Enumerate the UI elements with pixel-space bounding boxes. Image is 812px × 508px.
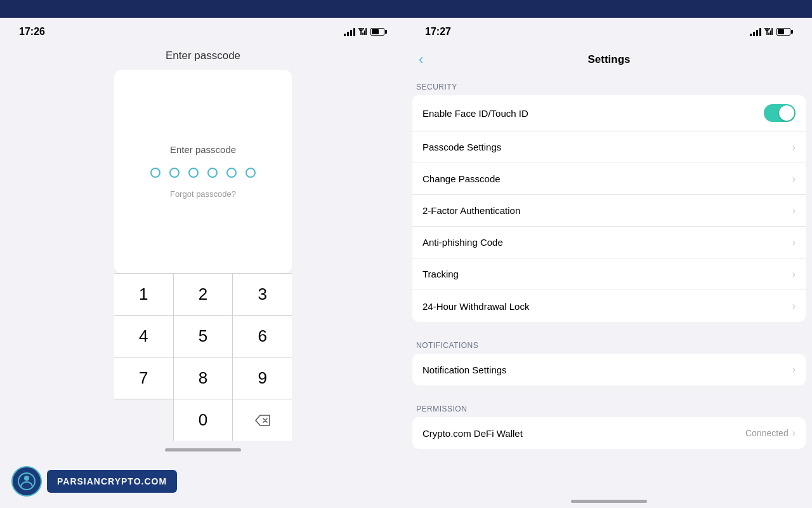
key-1[interactable]: 1 <box>114 274 174 315</box>
wifi-icon: 📶︎ <box>358 27 367 37</box>
anti-phishing-row[interactable]: Anti-phishing Code › <box>412 227 806 258</box>
chevron-icon-7: › <box>792 364 796 375</box>
defi-wallet-row[interactable]: Crypto.com DeFi Wallet Connected › <box>412 417 806 449</box>
withdrawal-lock-right: › <box>792 300 796 312</box>
key-3[interactable]: 3 <box>233 274 292 315</box>
settings-content: SECURITY Enable Face ID/Touch ID Passcod… <box>406 74 812 495</box>
key-9[interactable]: 9 <box>233 358 292 399</box>
nav-bar: ‹ Settings <box>406 46 812 74</box>
passcode-settings-row[interactable]: Passcode Settings › <box>412 131 806 163</box>
passcode-settings-label: Passcode Settings <box>422 142 501 152</box>
permission-group: Crypto.com DeFi Wallet Connected › <box>412 417 806 449</box>
home-indicator-right <box>571 500 647 503</box>
numpad: 1 2 3 4 5 6 7 8 9 0 <box>114 273 292 441</box>
watermark: PARSIANCRYPTO.COM <box>11 466 177 497</box>
toggle-knob <box>779 105 794 121</box>
enter-passcode-title: Enter passcode <box>166 50 240 62</box>
two-factor-row[interactable]: 2-Factor Authentication › <box>412 195 806 227</box>
battery-icon <box>370 28 387 36</box>
numpad-row-3: 7 8 9 <box>114 357 292 399</box>
tracking-label: Tracking <box>422 269 459 279</box>
chevron-icon: › <box>792 142 796 153</box>
key-5[interactable]: 5 <box>174 316 233 357</box>
change-passcode-label: Change Passcode <box>422 173 501 184</box>
change-passcode-right: › <box>792 173 796 185</box>
status-bar-left: 17:26 📶︎ <box>0 18 406 46</box>
two-factor-label: 2-Factor Authentication <box>422 205 520 216</box>
signal-icon-right <box>750 28 761 36</box>
back-button[interactable]: ‹ <box>419 51 423 68</box>
withdrawal-lock-label: 24-Hour Withdrawal Lock <box>422 301 529 312</box>
dot-2 <box>169 168 180 178</box>
numpad-row-2: 4 5 6 <box>114 315 292 357</box>
battery-icon-right <box>776 28 793 36</box>
wifi-icon-right: 📶︎ <box>764 27 773 37</box>
time-left: 17:26 <box>19 26 45 37</box>
dot-6 <box>246 168 256 178</box>
security-group: Enable Face ID/Touch ID Passcode Setting… <box>412 95 806 322</box>
dot-1 <box>150 168 160 178</box>
numpad-row-1: 1 2 3 <box>114 273 292 315</box>
face-id-label: Enable Face ID/Touch ID <box>422 108 528 119</box>
section-header-permission: PERMISSION <box>406 396 812 417</box>
chevron-icon-8: › <box>792 427 796 439</box>
settings-screen: 17:27 📶︎ ‹ Settings <box>406 18 812 508</box>
face-id-toggle[interactable] <box>764 104 796 122</box>
notifications-group: Notification Settings › <box>412 354 806 385</box>
key-6[interactable]: 6 <box>233 316 292 357</box>
chevron-icon-2: › <box>792 173 796 185</box>
passcode-screen: 17:26 📶︎ Enter passcode Enter <box>0 18 406 508</box>
time-right: 17:27 <box>425 26 451 37</box>
tracking-right: › <box>792 269 796 280</box>
chevron-icon-3: › <box>792 205 796 217</box>
key-delete[interactable] <box>233 399 292 441</box>
dot-3 <box>188 168 199 178</box>
status-bar-right: 17:27 📶︎ <box>406 18 812 46</box>
chevron-icon-6: › <box>792 300 796 312</box>
defi-wallet-label: Crypto.com DeFi Wallet <box>422 428 523 439</box>
key-2[interactable]: 2 <box>174 274 233 315</box>
dot-4 <box>207 168 218 178</box>
key-8[interactable]: 8 <box>174 358 233 399</box>
chevron-icon-4: › <box>792 237 796 248</box>
anti-phishing-label: Anti-phishing Code <box>422 237 503 248</box>
notification-settings-right: › <box>792 364 796 375</box>
face-id-row[interactable]: Enable Face ID/Touch ID <box>412 95 806 131</box>
svg-point-1 <box>24 476 29 481</box>
two-factor-right: › <box>792 205 796 217</box>
signal-icon <box>344 28 355 36</box>
settings-title: Settings <box>587 53 630 66</box>
key-empty <box>114 399 174 441</box>
withdrawal-lock-row[interactable]: 24-Hour Withdrawal Lock › <box>412 290 806 322</box>
section-header-notifications: NOTIFICATIONS <box>406 332 812 354</box>
anti-phishing-right: › <box>792 237 796 248</box>
passcode-dots <box>150 168 256 178</box>
watermark-text: PARSIANCRYPTO.COM <box>47 470 177 493</box>
connected-label: Connected <box>745 428 789 438</box>
numpad-row-4: 0 <box>114 399 292 441</box>
notification-settings-label: Notification Settings <box>422 364 507 375</box>
defi-wallet-right: Connected › <box>745 427 796 439</box>
passcode-box: Enter passcode Forgot passcode? <box>114 70 292 273</box>
tracking-row[interactable]: Tracking › <box>412 258 806 290</box>
watermark-logo <box>11 466 42 497</box>
dot-5 <box>226 168 237 178</box>
key-7[interactable]: 7 <box>114 358 174 399</box>
passcode-label: Enter passcode <box>170 144 236 155</box>
notification-settings-row[interactable]: Notification Settings › <box>412 354 806 385</box>
change-passcode-row[interactable]: Change Passcode › <box>412 163 806 195</box>
section-header-security: SECURITY <box>406 74 812 95</box>
home-indicator-left <box>165 448 241 451</box>
top-bar <box>0 0 812 18</box>
forgot-passcode[interactable]: Forgot passcode? <box>170 189 236 199</box>
passcode-settings-right: › <box>792 142 796 153</box>
chevron-icon-5: › <box>792 269 796 280</box>
status-icons-right: 📶︎ <box>750 27 793 37</box>
key-4[interactable]: 4 <box>114 316 174 357</box>
status-icons-left: 📶︎ <box>344 27 387 37</box>
key-0[interactable]: 0 <box>174 399 233 441</box>
